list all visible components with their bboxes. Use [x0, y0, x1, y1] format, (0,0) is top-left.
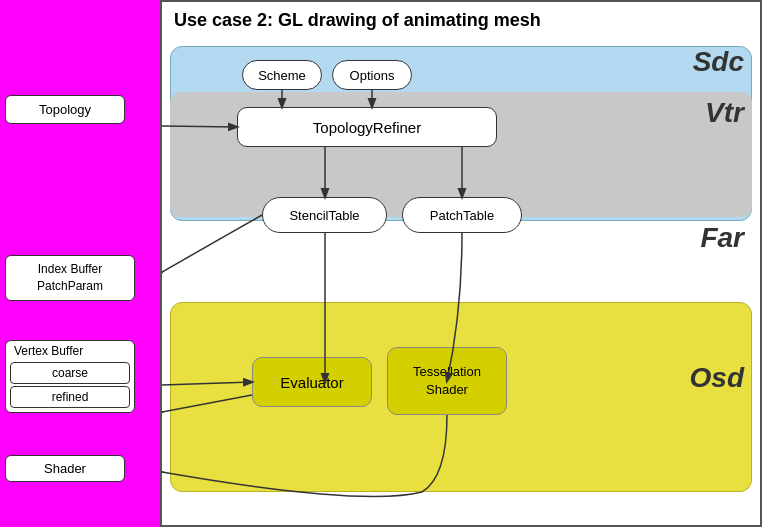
sdc-label: Sdc [693, 46, 744, 78]
vertex-buffer-box: Vertex Buffer coarse refined [5, 340, 135, 413]
vtr-label: Vtr [705, 97, 744, 129]
index-buffer-box: Index Buffer PatchParam [5, 255, 135, 301]
stencil-table-label: StencilTable [289, 208, 359, 223]
index-buffer-label: Index Buffer PatchParam [37, 262, 103, 293]
main-diagram: Use case 2: GL drawing of animating mesh… [160, 0, 762, 527]
svg-line-6 [162, 215, 262, 272]
main-title: Use case 2: GL drawing of animating mesh [162, 2, 760, 39]
topology-refiner-node: TopologyRefiner [237, 107, 497, 147]
options-label: Options [350, 68, 395, 83]
tessellation-shader-node: Tessellation Shader [387, 347, 507, 415]
sidebar: Topology Index Buffer PatchParam Vertex … [0, 0, 160, 527]
topology-label: Topology [39, 102, 91, 117]
scheme-label: Scheme [258, 68, 306, 83]
refined-row: refined [10, 386, 130, 408]
shader-label: Shader [44, 461, 86, 476]
osd-label: Osd [690, 362, 744, 394]
stencil-table-node: StencilTable [262, 197, 387, 233]
coarse-label: coarse [52, 366, 88, 380]
far-label: Far [700, 222, 744, 254]
scheme-node: Scheme [242, 60, 322, 90]
topology-box: Topology [5, 95, 125, 124]
shader-box: Shader [5, 455, 125, 482]
topology-refiner-label: TopologyRefiner [313, 119, 421, 136]
evaluator-label: Evaluator [280, 374, 343, 391]
tessellation-shader-label: Tessellation Shader [413, 363, 481, 399]
vertex-buffer-label: Vertex Buffer [6, 341, 134, 360]
evaluator-node: Evaluator [252, 357, 372, 407]
options-node: Options [332, 60, 412, 90]
coarse-row: coarse [10, 362, 130, 384]
patch-table-label: PatchTable [430, 208, 494, 223]
patch-table-node: PatchTable [402, 197, 522, 233]
refined-label: refined [52, 390, 89, 404]
